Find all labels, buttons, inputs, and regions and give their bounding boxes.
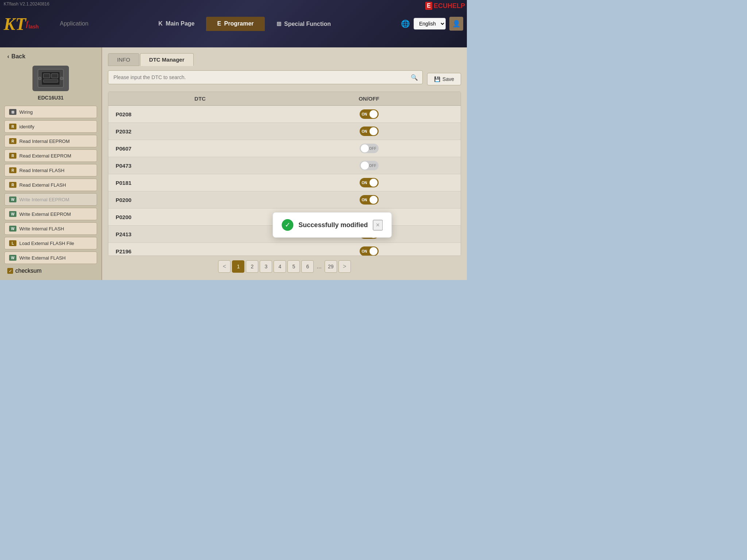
tab-special-function[interactable]: ⊞ Special Function [266,17,342,31]
wiring-icon: ⊞ [9,109,16,115]
tab-programer-icon: E [217,20,221,27]
tab-programer-label: Programer [224,20,254,27]
back-arrow-icon: ‹ [7,53,9,60]
ecu-image [32,66,69,91]
read-internal-eeprom-button[interactable]: R Read Internal EEPROM [4,135,97,147]
right-panel: INFO DTC Manager 🔍 💾 Save DTC ON/ [102,47,467,280]
load-external-flash-button[interactable]: L Load External FLASH File [4,237,97,249]
write-external-flash-button[interactable]: W Write External FLASH [4,252,97,264]
dtc-code: P2413 [116,231,285,237]
write-internal-eeprom-label: Write Internal EEPROM [19,197,69,202]
table-row: P0181 ON [108,174,461,191]
logo-kt: KT f lash [4,14,39,34]
read-internal-flash-button[interactable]: R Read Internal FLASH [4,164,97,176]
save-icon: 💾 [434,76,440,82]
page-2-button[interactable]: 2 [246,260,258,273]
identify-button[interactable]: R identify [4,120,97,133]
save-button[interactable]: 💾 Save [427,73,461,85]
checksum-checkbox[interactable]: ✓ [7,268,13,274]
success-icon: ✓ [282,219,293,231]
toggle-knob-2 [361,144,369,152]
toggle-container: OFF [285,161,453,170]
dtc-code: P0200 [116,197,285,203]
dtc-code: P0473 [116,163,285,169]
save-label: Save [442,76,454,82]
table-row: P0200 ON [108,191,461,209]
page-5-button[interactable]: 5 [287,260,300,273]
back-button[interactable]: ‹ Back [4,52,97,61]
identify-label: identify [19,124,34,129]
next-page-button[interactable]: > [338,260,351,273]
user-avatar[interactable]: 👤 [449,17,463,31]
svg-rect-3 [51,74,58,78]
wiring-button[interactable]: ⊞ Wiring [4,106,97,118]
write-internal-eeprom-button[interactable]: W Write Internal EEPROM [4,193,97,206]
toggle-label-5: ON [362,198,367,202]
toggle-label-3: OFF [369,164,376,168]
table-row: P0607 OFF [108,140,461,157]
dtc-code: P0181 [116,180,285,186]
read-external-eeprom-button[interactable]: R Read External EEPROM [4,149,97,162]
toggle-label-2: OFF [369,147,376,151]
tab-info[interactable]: INFO [108,53,139,66]
page-last-button[interactable]: 29 [325,260,337,273]
toggle-label-0: ON [362,112,367,116]
checksum-row: ✓ checksum [4,266,97,276]
checksum-label: checksum [15,268,42,274]
app-label: Application [60,20,88,27]
success-message: Successfully modified [298,221,368,229]
header-dtc: DTC [116,96,285,102]
popup-close-button[interactable]: × [373,220,383,230]
sidebar: ‹ Back EDC16U31 ⊞ Wiring R identify [0,47,102,280]
load-external-flash-icon: L [9,240,16,246]
read-external-eeprom-label: Read External EEPROM [19,153,71,159]
top-bar: KTflash V2.1.20240816 E ECUHELP KT f las… [0,0,467,47]
toggle-container: ON [285,109,453,119]
ecuhelp-logo: E ECUHELP [425,2,465,10]
pagination-ellipsis: ... [315,263,323,270]
page-6-button[interactable]: 6 [301,260,314,273]
dtc-toggle-2[interactable]: OFF [360,144,379,153]
read-internal-flash-label: Read Internal FLASH [19,168,65,173]
svg-point-5 [38,77,41,80]
toggle-knob-4 [369,179,378,187]
svg-rect-4 [43,79,58,82]
search-button[interactable]: 🔍 [406,71,422,84]
dtc-toggle-1[interactable]: ON [360,127,379,136]
dtc-toggle-5[interactable]: ON [360,195,379,205]
page-4-button[interactable]: 4 [274,260,286,273]
dtc-toggle-0[interactable]: ON [360,109,379,119]
language-select[interactable]: English [414,18,446,30]
dtc-toggle-3[interactable]: OFF [360,161,379,170]
prev-page-button[interactable]: < [218,260,231,273]
svg-rect-2 [43,74,50,78]
toggle-label-4: ON [362,181,367,185]
read-external-flash-button[interactable]: R Read External FLASH [4,179,97,191]
ecu-svg [34,67,67,89]
toggle-knob-3 [361,162,369,170]
tab-main-page[interactable]: K Main Page [147,17,205,31]
read-external-flash-icon: R [9,182,16,188]
dtc-toggle-8[interactable]: ON [360,246,379,256]
write-external-eeprom-button[interactable]: W Write External EEPROM [4,208,97,220]
write-internal-eeprom-icon: W [9,197,16,202]
tab-programer[interactable]: E Programer [206,17,264,31]
tab-dtc-manager[interactable]: DTC Manager [140,53,194,66]
dtc-toggle-4[interactable]: ON [360,178,379,187]
popup-close-icon: × [376,221,380,229]
toggle-container: OFF [285,144,453,153]
search-input[interactable] [108,71,403,84]
write-internal-flash-button[interactable]: W Write Internal FLASH [4,222,97,235]
logo-flash-text: lash [28,24,39,30]
dtc-code: P2032 [116,128,285,135]
page-1-button[interactable]: 1 [232,260,244,273]
user-icon: 👤 [452,20,460,28]
page-3-button[interactable]: 3 [260,260,272,273]
dtc-code: P2196 [116,248,285,254]
header-on-off: ON/OFF [285,96,453,102]
dtc-code: P0208 [116,111,285,117]
toggle-knob-0 [369,110,378,118]
identify-icon: R [9,124,16,129]
back-label: Back [11,53,25,60]
read-internal-eeprom-label: Read Internal EEPROM [19,139,70,144]
